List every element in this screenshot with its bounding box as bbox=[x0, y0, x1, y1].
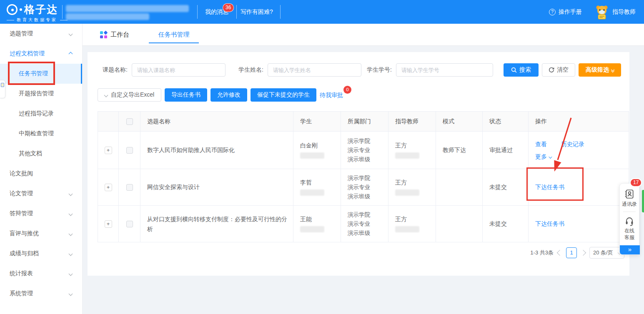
redacted-advisor-id bbox=[395, 189, 419, 196]
allow-modify-button[interactable]: 允许修改 bbox=[210, 88, 247, 102]
history-link[interactable]: 历史记录 bbox=[561, 141, 584, 147]
search-icon bbox=[511, 67, 517, 73]
mode-cell: 教师下达 bbox=[436, 132, 483, 169]
collapse-widget-button[interactable]: » bbox=[620, 245, 640, 254]
chevron-down-icon bbox=[549, 155, 552, 158]
redacted-advisor-id bbox=[395, 152, 419, 159]
prev-page-icon[interactable] bbox=[557, 250, 563, 256]
col-advisor: 指导教师 bbox=[388, 112, 436, 132]
export-task-book-button[interactable]: 导出任务书 bbox=[165, 88, 207, 102]
urge-unsubmitted-button[interactable]: 催促下未提交的学生 bbox=[251, 88, 316, 102]
sidebar-item-proposal-report-management[interactable]: 开题报告管理 bbox=[0, 84, 82, 104]
status-cell: 未提交 bbox=[483, 206, 529, 242]
issue-task-book-link[interactable]: 下达任务书 bbox=[535, 220, 564, 227]
status-cell: 审批通过 bbox=[483, 132, 529, 169]
sidebar-item-process-guidance-records[interactable]: 过程指导记录 bbox=[0, 104, 82, 124]
hidden-sidebar-peek[interactable] bbox=[642, 190, 644, 212]
select-all-cell bbox=[119, 112, 140, 132]
brand-logo-dot bbox=[20, 8, 22, 11]
custom-export-excel-button[interactable]: 自定义导出Excel bbox=[98, 88, 161, 102]
contacts-label[interactable]: 通讯录 bbox=[622, 201, 637, 207]
task-book-table: 选题名称 学生 所属部门 指导教师 模式 状态 操作 + 数字人民币如何助推人民… bbox=[98, 111, 629, 242]
brand-name: 格子达 bbox=[24, 2, 58, 16]
student-cell: 李哲 bbox=[293, 169, 341, 206]
mascot-icon bbox=[595, 4, 609, 20]
pagination: 1-3 共3条 1 20 条/页 bbox=[530, 247, 624, 259]
sidebar-item-task-book-management[interactable]: 任务书管理 bbox=[0, 64, 82, 84]
department-cell: 演示学院演示专业演示班级 bbox=[341, 132, 388, 169]
table-row: + 从对口支援到横向转移支付制度：必要性及可行性的分析 王能 演示学院演示专业演… bbox=[98, 206, 629, 242]
status-cell: 未提交 bbox=[483, 169, 529, 206]
sidebar-item-system-management[interactable]: 系统管理 bbox=[0, 284, 82, 304]
student-id-filter-label: 学生学号: bbox=[367, 66, 392, 74]
tab-bar: 工作台 任务书管理 bbox=[83, 24, 644, 46]
collapsed-panel-handle[interactable] bbox=[0, 80, 5, 98]
select-all-checkbox[interactable] bbox=[126, 118, 133, 125]
role-indicator[interactable]: 指导教师 bbox=[595, 0, 636, 24]
page-number[interactable]: 1 bbox=[566, 247, 577, 258]
chevron-down-icon bbox=[69, 32, 73, 36]
topic-cell: 数字人民币如何助推人民币国际化 bbox=[140, 132, 293, 169]
header-divider bbox=[280, 5, 281, 19]
actions-cell: 下达任务书 bbox=[529, 169, 629, 206]
app-header: 格子达 教育大数据专家 我的消息 36 写作有困难? ? 操作手册 指导教师 bbox=[0, 0, 644, 24]
student-cell: 王能 bbox=[293, 206, 341, 242]
contacts-icon[interactable] bbox=[624, 189, 635, 199]
sidebar-item-midterm-check-management[interactable]: 中期检查管理 bbox=[0, 124, 82, 144]
header-divider bbox=[62, 5, 63, 19]
tab-task-book-management[interactable]: 任务书管理 bbox=[149, 24, 199, 45]
online-service-label[interactable]: 在线 客服 bbox=[624, 227, 634, 241]
expand-row-button[interactable]: + bbox=[105, 184, 112, 191]
manual-link[interactable]: ? 操作手册 bbox=[549, 0, 582, 24]
sidebar-item-blind-review-promotion[interactable]: 盲评与推优 bbox=[0, 224, 82, 244]
pending-approval-badge: 0 bbox=[343, 86, 351, 94]
search-button[interactable]: 搜索 bbox=[504, 63, 539, 77]
topic-filter-input[interactable] bbox=[132, 63, 226, 77]
actions-cell: 下达任务书 bbox=[529, 206, 629, 242]
chevron-down-icon bbox=[69, 192, 73, 196]
sidebar-item-other-documents[interactable]: 其他文档 bbox=[0, 144, 82, 164]
pagination-summary: 1-3 共3条 bbox=[530, 249, 554, 257]
student-id-filter-input[interactable] bbox=[396, 63, 493, 77]
tab-workbench[interactable]: 工作台 bbox=[100, 24, 129, 45]
sidebar-item-paper-management[interactable]: 论文管理 bbox=[0, 184, 82, 204]
row-checkbox[interactable] bbox=[126, 184, 133, 191]
sidebar-item-paper-review[interactable]: 论文批阅 bbox=[0, 164, 82, 184]
sidebar-nav: 选题管理 过程文档管理 任务书管理 开题报告管理 过程指导记录 中期检查管理 其… bbox=[0, 24, 83, 314]
view-link[interactable]: 查看 bbox=[535, 141, 547, 147]
department-cell: 演示学院演示专业演示班级 bbox=[341, 169, 388, 206]
expand-row-button[interactable]: + bbox=[105, 147, 112, 154]
next-page-icon[interactable] bbox=[580, 250, 586, 256]
row-checkbox[interactable] bbox=[126, 147, 133, 154]
sidebar-item-statistics-reports[interactable]: 统计报表 bbox=[0, 264, 82, 284]
writing-help-link[interactable]: 写作有困难? bbox=[241, 0, 273, 24]
sidebar-item-process-doc-management[interactable]: 过程文档管理 bbox=[0, 44, 82, 64]
pending-approval-link[interactable]: 待我审批 bbox=[320, 88, 343, 102]
sidebar-item-grades-archiving[interactable]: 成绩与归档 bbox=[0, 244, 82, 264]
more-link[interactable]: 更多 bbox=[535, 153, 551, 160]
sidebar-item-defense-management[interactable]: 答辩管理 bbox=[0, 204, 82, 224]
sidebar-item-topic-management[interactable]: 选题管理 bbox=[0, 24, 82, 44]
issue-task-book-link[interactable]: 下达任务书 bbox=[535, 184, 564, 190]
chevron-down-icon bbox=[69, 232, 73, 236]
topic-cell: 网信安全探索与设计 bbox=[140, 169, 293, 206]
messages-count-badge: 36 bbox=[223, 3, 234, 12]
chevron-down-icon bbox=[69, 272, 73, 276]
row-checkbox[interactable] bbox=[126, 221, 133, 227]
redacted-student-id bbox=[300, 152, 324, 159]
help-icon: ? bbox=[549, 9, 556, 15]
refresh-icon bbox=[549, 67, 554, 73]
student-name-filter-input[interactable] bbox=[268, 63, 361, 77]
divider bbox=[623, 212, 636, 212]
header-divider bbox=[236, 5, 237, 19]
brand-logo-icon bbox=[7, 4, 18, 15]
clear-button[interactable]: 清空 bbox=[542, 63, 575, 77]
col-student: 学生 bbox=[293, 112, 341, 132]
expand-row-button[interactable]: + bbox=[105, 220, 112, 228]
chevron-down-icon bbox=[69, 212, 73, 216]
redacted-term-info bbox=[66, 13, 149, 20]
headset-icon[interactable] bbox=[624, 216, 635, 226]
col-mode: 模式 bbox=[436, 112, 483, 132]
table-row: + 网信安全探索与设计 李哲 演示学院演示专业演示班级 王方 未提交 下达任务书 bbox=[98, 169, 629, 206]
advanced-filter-button[interactable]: 高级筛选 bbox=[579, 63, 621, 77]
